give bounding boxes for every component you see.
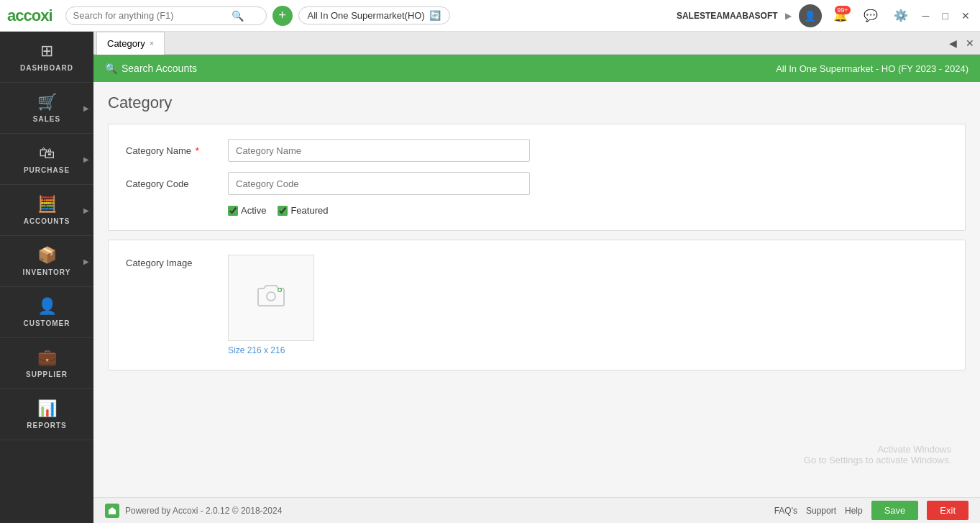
app-logo: accoxi [7, 6, 52, 25]
tabbar-controls: ◀ ✕ [946, 36, 977, 50]
notifications-button[interactable]: 🔔 99+ [829, 4, 852, 27]
sidebar-item-supplier[interactable]: 💼 SUPPLIER [0, 338, 93, 389]
image-row: Category Image [126, 255, 948, 355]
footer-right: FAQ's Support Help Save Exit [774, 501, 968, 520]
category-name-label: Category Name * [126, 145, 219, 156]
search-accounts-icon: 🔍 [105, 63, 117, 74]
footer: Powered by Accoxi - 2.0.12 © 2018-2024 F… [93, 497, 980, 523]
active-checkbox[interactable] [228, 206, 238, 216]
search-accounts-label[interactable]: Search Accounts [122, 63, 197, 74]
image-card: Category Image [108, 240, 966, 370]
category-code-row: Category Code [126, 172, 948, 195]
supplier-icon: 💼 [37, 348, 57, 367]
header-right: All In One Supermarket - HO (FY 2023 - 2… [776, 63, 968, 74]
refresh-icon[interactable]: 🔄 [429, 10, 441, 21]
search-icon: 🔍 [232, 10, 244, 22]
purchase-icon: 🛍 [39, 144, 55, 163]
sidebar-item-label: REPORTS [27, 422, 66, 429]
content-area: Category Category Name * Category Code [93, 82, 980, 497]
inventory-icon: 📦 [37, 246, 57, 265]
expand-arrow: ▶ [83, 258, 89, 265]
footer-logo-icon [105, 504, 119, 518]
sidebar-item-sales[interactable]: 🛒 SALES ▶ [0, 83, 93, 134]
sidebar-item-accounts[interactable]: 🧮 ACCOUNTS ▶ [0, 185, 93, 236]
active-label: Active [241, 205, 266, 216]
tabbar: Category × ◀ ✕ [93, 32, 980, 55]
tab-label: Category [107, 38, 145, 49]
featured-checkbox-item[interactable]: Featured [278, 205, 328, 216]
minimize-button[interactable]: ─ [920, 10, 933, 22]
tabbar-close-button[interactable]: ✕ [963, 36, 977, 50]
sidebar-item-reports[interactable]: 📊 REPORTS [0, 389, 93, 440]
close-button[interactable]: ✕ [958, 10, 973, 22]
header-bar: 🔍 Search Accounts All In One Supermarket… [93, 55, 980, 82]
sidebar-item-label: PURCHASE [24, 166, 70, 174]
company-selector[interactable]: All In One Supermarket(HO) 🔄 [298, 6, 450, 24]
sidebar-item-customer[interactable]: 👤 CUSTOMER [0, 287, 93, 338]
sidebar-item-purchase[interactable]: 🛍 PURCHASE ▶ [0, 134, 93, 185]
messages-button[interactable]: 💬 [859, 4, 882, 27]
expand-icon[interactable]: ▶ [785, 11, 792, 21]
search-input[interactable] [73, 10, 232, 21]
exit-button[interactable]: Exit [927, 501, 968, 520]
tab-category[interactable]: Category × [96, 32, 165, 55]
main-layout: ⊞ DASHBOARD 🛒 SALES ▶ 🛍 PURCHASE ▶ 🧮 ACC… [0, 32, 980, 523]
active-checkbox-item[interactable]: Active [228, 205, 266, 216]
sidebar-item-inventory[interactable]: 📦 INVENTORY ▶ [0, 236, 93, 287]
checkbox-row: Active Featured [228, 205, 948, 216]
expand-arrow: ▶ [83, 155, 89, 163]
expand-arrow: ▶ [83, 206, 89, 214]
add-button[interactable]: + [273, 6, 293, 26]
category-code-label: Category Code [126, 178, 219, 189]
support-link[interactable]: Support [806, 506, 836, 516]
page-title: Category [108, 94, 966, 112]
category-name-input[interactable] [228, 139, 530, 162]
customer-icon: 👤 [37, 297, 57, 316]
company-name: All In One Supermarket(HO) [308, 10, 425, 21]
tab-close-button[interactable]: × [150, 39, 154, 47]
footer-left: Powered by Accoxi - 2.0.12 © 2018-2024 [105, 504, 282, 518]
notification-badge: 99+ [835, 6, 850, 14]
form-card: Category Name * Category Code Active [108, 124, 966, 231]
maximize-button[interactable]: □ [940, 10, 951, 22]
sidebar: ⊞ DASHBOARD 🛒 SALES ▶ 🛍 PURCHASE ▶ 🧮 ACC… [0, 32, 93, 523]
camera-upload-icon [257, 283, 285, 313]
featured-checkbox[interactable] [278, 206, 288, 216]
sidebar-item-label: SUPPLIER [26, 370, 68, 378]
sidebar-item-label: CUSTOMER [23, 319, 70, 327]
header-left: 🔍 Search Accounts [105, 63, 197, 74]
topbar-right: SALESTEAMAABASOFT ▶ 👤 🔔 99+ 💬 ⚙️ ─ □ ✕ [677, 4, 973, 27]
search-bar[interactable]: 🔍 [65, 6, 267, 25]
main-panel: Category × ◀ ✕ 🔍 Search Accounts All In … [93, 32, 980, 523]
topbar: accoxi 🔍 + All In One Supermarket(HO) 🔄 … [0, 0, 980, 32]
sales-icon: 🛒 [37, 93, 57, 112]
category-name-row: Category Name * [126, 139, 948, 162]
expand-arrow: ▶ [83, 104, 89, 112]
settings-button[interactable]: ⚙️ [889, 4, 912, 27]
featured-label: Featured [290, 205, 328, 216]
category-code-input[interactable] [228, 172, 530, 195]
image-label: Category Image [126, 255, 219, 268]
svg-point-0 [267, 292, 275, 301]
image-size-text: Size 216 x 216 [228, 345, 314, 355]
image-upload-box[interactable] [228, 255, 314, 341]
user-name: SALESTEAMAABASOFT [677, 11, 778, 21]
save-button[interactable]: Save [871, 501, 919, 520]
powered-by-text: Powered by Accoxi - 2.0.12 © 2018-2024 [125, 506, 282, 516]
faqs-link[interactable]: FAQ's [774, 506, 797, 516]
reports-icon: 📊 [37, 399, 57, 418]
sidebar-item-label: SALES [33, 115, 60, 123]
accounts-icon: 🧮 [37, 195, 57, 214]
help-link[interactable]: Help [845, 506, 863, 516]
avatar[interactable]: 👤 [799, 4, 822, 27]
sidebar-item-label: DASHBOARD [20, 64, 73, 72]
required-indicator: * [196, 145, 199, 156]
company-info: All In One Supermarket - HO (FY 2023 - 2… [776, 63, 968, 74]
tabbar-prev-button[interactable]: ◀ [946, 36, 960, 50]
sidebar-item-label: INVENTORY [23, 268, 71, 276]
sidebar-item-dashboard[interactable]: ⊞ DASHBOARD [0, 32, 93, 83]
sidebar-item-label: ACCOUNTS [24, 217, 70, 225]
dashboard-icon: ⊞ [40, 42, 53, 60]
